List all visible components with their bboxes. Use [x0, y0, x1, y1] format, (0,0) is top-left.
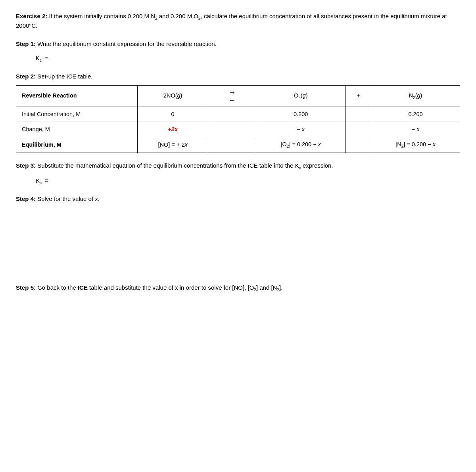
- exercise-body: If the system initially contains 0.200 M…: [16, 13, 447, 29]
- header-col6: N2(g): [371, 85, 460, 107]
- ice-table: Reversible Reaction 2NO(g) O2(g) + N2(g)…: [16, 85, 460, 153]
- change-o2: − x: [256, 122, 345, 137]
- header-col1: Reversible Reaction: [16, 85, 138, 107]
- initial-n2: 0.200: [371, 107, 460, 122]
- equil-label: Equilibrium, M: [16, 137, 138, 153]
- step1: Step 1: Write the equilibrium constant e…: [16, 39, 460, 64]
- table-row-equilibrium: Equilibrium, M [NO] = + 2x [O2] = 0.200 …: [16, 137, 460, 153]
- step1-text: Write the equilibrium constant expressio…: [37, 40, 217, 47]
- step5: Step 5: Go back to the ICE table and sub…: [16, 283, 460, 293]
- change-plus: [345, 122, 371, 137]
- step3-label: Step 3:: [16, 162, 36, 169]
- reverse-arrow-icon: [228, 97, 236, 104]
- step5-label: Step 5:: [16, 284, 36, 291]
- step3: Step 3: Substitute the mathematical equa…: [16, 161, 460, 186]
- equil-no: [NO] = + 2x: [138, 137, 208, 153]
- step5-text: Go back to the ICE table and substitute …: [37, 284, 282, 291]
- step3-text: Substitute the mathematical equation of …: [37, 162, 333, 169]
- initial-plus: [345, 107, 371, 122]
- exercise-text: Exercise 2: If the system initially cont…: [16, 12, 460, 31]
- step4-text: Solve for the value of x.: [37, 195, 100, 202]
- step4: Step 4: Solve for the value of x.: [16, 194, 460, 204]
- equil-o2: [O2] = 0.200 − x: [256, 137, 345, 153]
- initial-no: 0: [138, 107, 208, 122]
- step1-label: Step 1:: [16, 40, 36, 47]
- change-no: +2x: [138, 122, 208, 137]
- initial-label: Initial Concentration, M: [16, 107, 138, 122]
- change-n2: − x: [371, 122, 460, 137]
- equil-plus: [345, 137, 371, 153]
- table-row-initial: Initial Concentration, M 0 0.200 0.200: [16, 107, 460, 122]
- exercise-label: Exercise 2:: [16, 13, 47, 19]
- step1-kc: Kc =: [36, 54, 460, 64]
- initial-o2: 0.200: [256, 107, 345, 122]
- table-row-change: Change, M +2x − x − x: [16, 122, 460, 137]
- step2: Step 2: Set-up the ICE table. Reversible…: [16, 72, 460, 153]
- step4-label: Step 4:: [16, 195, 36, 202]
- initial-arrow-blank: [208, 107, 256, 122]
- step3-kc: Kc =: [36, 176, 460, 186]
- step2-text: Set-up the ICE table.: [37, 73, 92, 80]
- change-label: Change, M: [16, 122, 138, 137]
- header-plus: +: [345, 85, 371, 107]
- header-col4: O2(g): [256, 85, 345, 107]
- step2-label: Step 2:: [16, 73, 36, 80]
- equilibrium-arrows-icon: [228, 89, 236, 104]
- header-arrows: [208, 85, 256, 107]
- forward-arrow-icon: [228, 89, 236, 96]
- change-arrow-blank: [208, 122, 256, 137]
- equil-n2: [N2] = 0.200 − x: [371, 137, 460, 153]
- ice-table-wrapper: Reversible Reaction 2NO(g) O2(g) + N2(g)…: [16, 85, 460, 153]
- header-col2: 2NO(g): [138, 85, 208, 107]
- table-header-row: Reversible Reaction 2NO(g) O2(g) + N2(g): [16, 85, 460, 107]
- equil-arrow-blank: [208, 137, 256, 153]
